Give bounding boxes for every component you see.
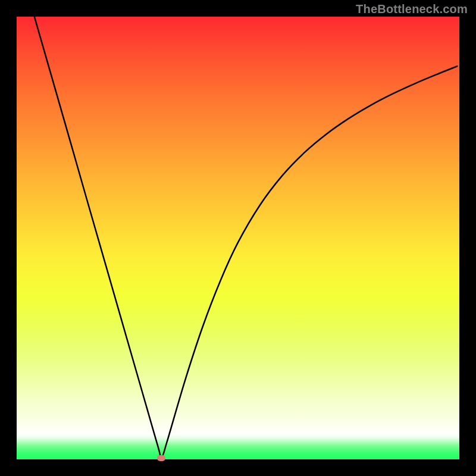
watermark-text: TheBottleneck.com	[356, 2, 468, 16]
optimal-point-marker	[157, 455, 165, 461]
plot-area	[17, 17, 459, 459]
bottleneck-curve	[17, 17, 459, 459]
outer-frame: TheBottleneck.com	[0, 0, 476, 476]
